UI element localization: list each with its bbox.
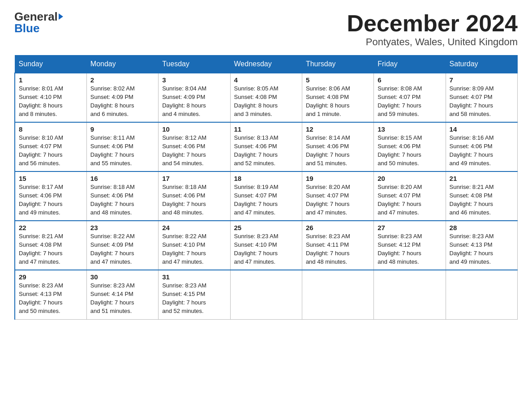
day-number: 25: [234, 224, 298, 231]
calendar-day-19: 19Sunrise: 8:20 AM Sunset: 4:07 PM Dayli…: [302, 171, 373, 221]
day-info: Sunrise: 8:02 AM Sunset: 4:09 PM Dayligh…: [90, 85, 154, 118]
calendar-day-4: 4Sunrise: 8:05 AM Sunset: 4:08 PM Daylig…: [230, 73, 302, 122]
day-info: Sunrise: 8:06 AM Sunset: 4:08 PM Dayligh…: [306, 85, 370, 118]
empty-day: [302, 270, 373, 319]
header-day-sunday: Sunday: [15, 56, 86, 73]
day-number: 26: [306, 224, 370, 231]
day-number: 14: [450, 125, 514, 133]
day-number: 4: [234, 76, 298, 84]
day-number: 20: [378, 175, 442, 182]
calendar-day-2: 2Sunrise: 8:02 AM Sunset: 4:09 PM Daylig…: [86, 73, 158, 122]
day-number: 6: [378, 76, 442, 84]
day-info: Sunrise: 8:16 AM Sunset: 4:06 PM Dayligh…: [450, 134, 514, 167]
day-number: 13: [378, 125, 442, 133]
calendar-day-30: 30Sunrise: 8:23 AM Sunset: 4:14 PM Dayli…: [86, 270, 158, 319]
header-day-wednesday: Wednesday: [230, 56, 302, 73]
day-number: 24: [162, 224, 226, 231]
title-block: December 2024 Pontyates, Wales, United K…: [347, 11, 518, 48]
day-info: Sunrise: 8:08 AM Sunset: 4:07 PM Dayligh…: [378, 85, 442, 118]
day-number: 5: [306, 76, 370, 84]
day-info: Sunrise: 8:23 AM Sunset: 4:10 PM Dayligh…: [234, 232, 298, 266]
day-number: 11: [234, 125, 298, 133]
empty-day: [230, 270, 302, 319]
day-number: 21: [450, 175, 514, 182]
day-number: 3: [162, 76, 226, 84]
day-number: 18: [234, 175, 298, 182]
day-info: Sunrise: 8:17 AM Sunset: 4:06 PM Dayligh…: [19, 183, 83, 217]
header-day-saturday: Saturday: [446, 56, 517, 73]
day-info: Sunrise: 8:09 AM Sunset: 4:07 PM Dayligh…: [450, 85, 514, 118]
calendar-day-11: 11Sunrise: 8:13 AM Sunset: 4:06 PM Dayli…: [230, 122, 302, 171]
calendar-day-12: 12Sunrise: 8:14 AM Sunset: 4:06 PM Dayli…: [302, 122, 373, 171]
day-number: 29: [19, 273, 83, 281]
empty-day: [374, 270, 446, 319]
day-info: Sunrise: 8:19 AM Sunset: 4:07 PM Dayligh…: [234, 183, 298, 217]
calendar-day-1: 1Sunrise: 8:01 AM Sunset: 4:10 PM Daylig…: [15, 73, 86, 122]
calendar-body: 1Sunrise: 8:01 AM Sunset: 4:10 PM Daylig…: [15, 73, 518, 319]
calendar-day-7: 7Sunrise: 8:09 AM Sunset: 4:07 PM Daylig…: [446, 73, 517, 122]
day-number: 12: [306, 125, 370, 133]
day-info: Sunrise: 8:20 AM Sunset: 4:07 PM Dayligh…: [378, 183, 442, 217]
header-day-tuesday: Tuesday: [159, 56, 230, 73]
day-number: 2: [90, 76, 154, 84]
calendar-day-28: 28Sunrise: 8:23 AM Sunset: 4:13 PM Dayli…: [446, 221, 517, 270]
day-number: 7: [450, 76, 514, 84]
calendar-day-20: 20Sunrise: 8:20 AM Sunset: 4:07 PM Dayli…: [374, 171, 446, 221]
day-number: 10: [162, 125, 226, 133]
header-day-thursday: Thursday: [302, 56, 373, 73]
day-info: Sunrise: 8:01 AM Sunset: 4:10 PM Dayligh…: [19, 85, 83, 118]
calendar-day-9: 9Sunrise: 8:11 AM Sunset: 4:06 PM Daylig…: [86, 122, 158, 171]
calendar-day-6: 6Sunrise: 8:08 AM Sunset: 4:07 PM Daylig…: [374, 73, 446, 122]
day-number: 22: [19, 224, 83, 231]
empty-day: [446, 270, 517, 319]
day-info: Sunrise: 8:23 AM Sunset: 4:12 PM Dayligh…: [378, 232, 442, 266]
day-info: Sunrise: 8:23 AM Sunset: 4:11 PM Dayligh…: [306, 232, 370, 266]
calendar-week-5: 29Sunrise: 8:23 AM Sunset: 4:13 PM Dayli…: [15, 270, 518, 319]
day-number: 8: [19, 125, 83, 133]
day-info: Sunrise: 8:23 AM Sunset: 4:13 PM Dayligh…: [450, 232, 514, 266]
calendar-day-27: 27Sunrise: 8:23 AM Sunset: 4:12 PM Dayli…: [374, 221, 446, 270]
day-info: Sunrise: 8:18 AM Sunset: 4:06 PM Dayligh…: [162, 183, 226, 217]
calendar-day-29: 29Sunrise: 8:23 AM Sunset: 4:13 PM Dayli…: [15, 270, 86, 319]
day-info: Sunrise: 8:21 AM Sunset: 4:08 PM Dayligh…: [19, 232, 83, 266]
day-number: 16: [90, 175, 154, 182]
day-info: Sunrise: 8:22 AM Sunset: 4:09 PM Dayligh…: [90, 232, 154, 266]
calendar-day-21: 21Sunrise: 8:21 AM Sunset: 4:08 PM Dayli…: [446, 171, 517, 221]
day-number: 31: [162, 273, 226, 281]
header-row: SundayMondayTuesdayWednesdayThursdayFrid…: [15, 56, 518, 73]
day-number: 28: [450, 224, 514, 231]
calendar-week-3: 15Sunrise: 8:17 AM Sunset: 4:06 PM Dayli…: [15, 171, 518, 221]
day-info: Sunrise: 8:05 AM Sunset: 4:08 PM Dayligh…: [234, 85, 298, 118]
calendar-day-22: 22Sunrise: 8:21 AM Sunset: 4:08 PM Dayli…: [15, 221, 86, 270]
day-number: 9: [90, 125, 154, 133]
calendar-day-16: 16Sunrise: 8:18 AM Sunset: 4:06 PM Dayli…: [86, 171, 158, 221]
calendar-day-26: 26Sunrise: 8:23 AM Sunset: 4:11 PM Dayli…: [302, 221, 373, 270]
day-number: 19: [306, 175, 370, 182]
calendar-day-15: 15Sunrise: 8:17 AM Sunset: 4:06 PM Dayli…: [15, 171, 86, 221]
logo: General Blue: [14, 11, 63, 34]
day-info: Sunrise: 8:04 AM Sunset: 4:09 PM Dayligh…: [162, 85, 226, 118]
day-info: Sunrise: 8:23 AM Sunset: 4:13 PM Dayligh…: [19, 282, 83, 315]
day-info: Sunrise: 8:13 AM Sunset: 4:06 PM Dayligh…: [234, 134, 298, 167]
calendar-day-5: 5Sunrise: 8:06 AM Sunset: 4:08 PM Daylig…: [302, 73, 373, 122]
calendar-day-25: 25Sunrise: 8:23 AM Sunset: 4:10 PM Dayli…: [230, 221, 302, 270]
header-day-monday: Monday: [86, 56, 158, 73]
calendar-week-1: 1Sunrise: 8:01 AM Sunset: 4:10 PM Daylig…: [15, 73, 518, 122]
month-title: December 2024: [347, 11, 518, 36]
day-info: Sunrise: 8:11 AM Sunset: 4:06 PM Dayligh…: [90, 134, 154, 167]
page-header: General Blue December 2024 Pontyates, Wa…: [14, 11, 518, 48]
calendar-day-14: 14Sunrise: 8:16 AM Sunset: 4:06 PM Dayli…: [446, 122, 517, 171]
calendar-day-23: 23Sunrise: 8:22 AM Sunset: 4:09 PM Dayli…: [86, 221, 158, 270]
day-info: Sunrise: 8:18 AM Sunset: 4:06 PM Dayligh…: [90, 183, 154, 217]
calendar-day-24: 24Sunrise: 8:22 AM Sunset: 4:10 PM Dayli…: [159, 221, 230, 270]
day-info: Sunrise: 8:23 AM Sunset: 4:14 PM Dayligh…: [90, 282, 154, 315]
day-number: 27: [378, 224, 442, 231]
day-info: Sunrise: 8:14 AM Sunset: 4:06 PM Dayligh…: [306, 134, 370, 167]
calendar-day-17: 17Sunrise: 8:18 AM Sunset: 4:06 PM Dayli…: [159, 171, 230, 221]
day-info: Sunrise: 8:20 AM Sunset: 4:07 PM Dayligh…: [306, 183, 370, 217]
calendar-header: SundayMondayTuesdayWednesdayThursdayFrid…: [15, 56, 518, 73]
day-info: Sunrise: 8:21 AM Sunset: 4:08 PM Dayligh…: [450, 183, 514, 217]
calendar-day-13: 13Sunrise: 8:15 AM Sunset: 4:06 PM Dayli…: [374, 122, 446, 171]
day-number: 30: [90, 273, 154, 281]
logo-arrow-icon: [59, 13, 63, 20]
